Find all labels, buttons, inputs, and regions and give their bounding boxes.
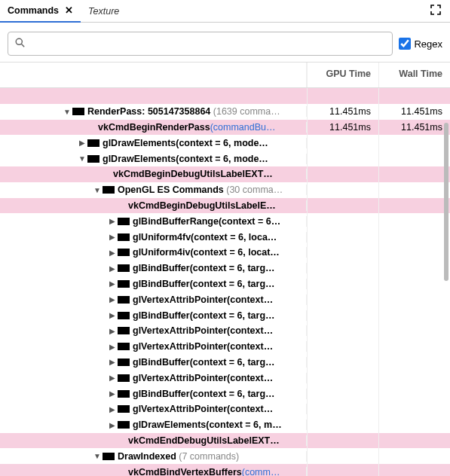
wall-time-cell bbox=[378, 401, 450, 417]
table-row[interactable]: vkCmdEndDebugUtilsLabelEXT… bbox=[0, 433, 450, 449]
chevron-right-icon[interactable]: ▶ bbox=[77, 139, 87, 147]
command-label: glUniform4iv(context = 6, locat… bbox=[133, 247, 280, 258]
header-gpu[interactable]: GPU Time bbox=[307, 63, 378, 87]
command-label: glBindBuffer(context = 6, targ… bbox=[133, 357, 275, 368]
redaction-block bbox=[118, 390, 130, 398]
regex-toggle[interactable]: Regex bbox=[399, 38, 442, 50]
gpu-time-cell bbox=[307, 291, 378, 307]
command-grid: GPU Time Wall Time ▼RenderPass: 50514735… bbox=[0, 62, 450, 476]
command-args-link[interactable]: (commandBu… bbox=[210, 122, 276, 133]
wall-time-cell bbox=[378, 370, 450, 386]
fullscreen-icon[interactable] bbox=[427, 2, 444, 20]
chevron-right-icon[interactable]: ▶ bbox=[107, 421, 118, 429]
header-wall[interactable]: Wall Time bbox=[378, 63, 450, 87]
command-cell: ▶glDrawElements(context = 6, m… bbox=[0, 420, 307, 430]
redaction-block bbox=[87, 155, 99, 163]
wall-time-cell bbox=[378, 166, 450, 182]
table-row[interactable]: ▶glBindBuffer(context = 6, targ… bbox=[0, 355, 450, 371]
chevron-right-icon[interactable]: ▶ bbox=[107, 295, 118, 304]
wall-time-cell bbox=[378, 307, 450, 323]
command-cell: ▶glBindBuffer(context = 6, targ… bbox=[0, 357, 307, 368]
chevron-right-icon[interactable]: ▶ bbox=[107, 405, 118, 413]
gpu-time-cell bbox=[307, 88, 378, 104]
chevron-down-icon[interactable]: ▼ bbox=[62, 108, 72, 116]
command-label: glDrawElements(context = 6, mode… bbox=[103, 154, 268, 164]
chevron-right-icon[interactable]: ▶ bbox=[107, 264, 118, 273]
table-row[interactable]: ▶glBindBuffer(context = 6, targ… bbox=[0, 276, 450, 292]
table-row[interactable]: vkCmdBindVertexBuffers(comm… bbox=[0, 464, 450, 476]
chevron-right-icon[interactable]: ▶ bbox=[107, 217, 118, 225]
command-cell: vkCmdEndDebugUtilsLabelEXT… bbox=[0, 435, 307, 446]
table-row[interactable]: vkCmdBeginDebugUtilsLabelE… bbox=[0, 198, 450, 214]
chevron-down-icon[interactable]: ▼ bbox=[92, 452, 103, 460]
command-label: glBindBuffer(context = 6, targ… bbox=[133, 263, 275, 273]
table-row[interactable]: vkCmdBeginRenderPass(commandBu…11.451ms1… bbox=[0, 120, 450, 136]
tab-label: Commands bbox=[8, 5, 59, 16]
table-row[interactable]: ▶glVertexAttribPointer(context… bbox=[0, 339, 450, 355]
redaction-block bbox=[118, 405, 130, 413]
wall-time-cell: 11.451ms bbox=[378, 104, 450, 120]
chevron-right-icon[interactable]: ▶ bbox=[107, 389, 118, 398]
command-label: glUniform4fv(context = 6, loca… bbox=[133, 232, 277, 243]
table-row[interactable]: ▶glBindBuffer(context = 6, targ… bbox=[0, 261, 450, 276]
table-row[interactable]: ▼DrawIndexed (7 commands) bbox=[0, 448, 450, 464]
table-row[interactable]: ▶glDrawElements(context = 6, mode… bbox=[0, 135, 450, 151]
gpu-time-cell bbox=[307, 323, 378, 339]
table-row[interactable]: ▶glBindBuffer(context = 6, targ… bbox=[0, 386, 450, 401]
tab-texture[interactable]: Texture bbox=[81, 0, 127, 23]
table-row[interactable]: ▶glUniform4iv(context = 6, locat… bbox=[0, 245, 450, 261]
search-input[interactable] bbox=[8, 32, 393, 56]
table-row[interactable]: ▶glBindBufferRange(context = 6… bbox=[0, 213, 450, 229]
redaction-block bbox=[118, 233, 130, 241]
redaction-block bbox=[118, 218, 130, 225]
redaction-block bbox=[118, 280, 130, 288]
chevron-right-icon[interactable]: ▶ bbox=[107, 374, 118, 382]
command-label: glVertexAttribPointer(context… bbox=[133, 404, 273, 414]
chevron-right-icon[interactable]: ▶ bbox=[107, 279, 118, 288]
regex-checkbox[interactable] bbox=[399, 38, 411, 50]
chevron-down-icon[interactable]: ▼ bbox=[92, 186, 103, 194]
command-label: glBindBuffer(context = 6, targ… bbox=[133, 389, 275, 399]
command-cell: ▼OpenGL ES Commands (30 comma… bbox=[0, 185, 307, 195]
tabbar: Commands ✕ Texture bbox=[0, 0, 450, 23]
search-wrap bbox=[8, 32, 393, 56]
redaction-block bbox=[118, 359, 130, 366]
chevron-right-icon[interactable]: ▶ bbox=[107, 233, 118, 241]
redaction-block bbox=[118, 327, 130, 334]
chevron-down-icon[interactable]: ▼ bbox=[77, 154, 87, 163]
table-row[interactable]: ▶glUniform4fv(context = 6, loca… bbox=[0, 229, 450, 245]
table-row[interactable]: ▼RenderPass: 505147358864 (1639 comma…11… bbox=[0, 104, 450, 120]
gpu-time-cell bbox=[307, 386, 378, 401]
wall-time-cell bbox=[378, 229, 450, 245]
chevron-right-icon[interactable]: ▶ bbox=[107, 311, 118, 319]
command-label: vkCmdBeginRenderPass(commandBu… bbox=[98, 122, 276, 133]
table-row[interactable]: ▶glVertexAttribPointer(context… bbox=[0, 323, 450, 339]
chevron-right-icon[interactable]: ▶ bbox=[107, 343, 118, 351]
command-cell: vkCmdBindVertexBuffers(comm… bbox=[0, 467, 307, 476]
table-row[interactable] bbox=[0, 88, 450, 104]
regex-label: Regex bbox=[414, 38, 442, 50]
command-cell: vkCmdBeginDebugUtilsLabelEXT… bbox=[0, 169, 307, 179]
table-row[interactable]: ▶glVertexAttribPointer(context… bbox=[0, 370, 450, 386]
table-row[interactable]: ▼glDrawElements(context = 6, mode… bbox=[0, 151, 450, 166]
tab-commands[interactable]: Commands ✕ bbox=[0, 0, 81, 23]
wall-time-cell bbox=[378, 182, 450, 198]
wall-time-cell bbox=[378, 213, 450, 229]
chevron-right-icon[interactable]: ▶ bbox=[107, 327, 118, 335]
wall-time-cell bbox=[378, 464, 450, 476]
table-row[interactable]: ▶glVertexAttribPointer(context… bbox=[0, 291, 450, 307]
command-cell: ▶glUniform4iv(context = 6, locat… bbox=[0, 247, 307, 258]
command-cell: ▶glBindBuffer(context = 6, targ… bbox=[0, 310, 307, 321]
table-row[interactable]: ▶glBindBuffer(context = 6, targ… bbox=[0, 307, 450, 323]
table-row[interactable]: ▶glVertexAttribPointer(context… bbox=[0, 401, 450, 417]
close-icon[interactable]: ✕ bbox=[65, 5, 73, 16]
chevron-right-icon[interactable]: ▶ bbox=[107, 249, 118, 257]
table-row[interactable]: ▼OpenGL ES Commands (30 comma… bbox=[0, 182, 450, 198]
command-args-link[interactable]: (comm… bbox=[242, 467, 280, 476]
table-row[interactable]: ▶glDrawElements(context = 6, m… bbox=[0, 417, 450, 433]
table-row[interactable]: vkCmdBeginDebugUtilsLabelEXT… bbox=[0, 166, 450, 182]
chevron-right-icon[interactable]: ▶ bbox=[107, 358, 118, 366]
redaction-block bbox=[72, 108, 84, 115]
redaction-block bbox=[118, 343, 130, 350]
scrollbar[interactable] bbox=[444, 123, 448, 281]
